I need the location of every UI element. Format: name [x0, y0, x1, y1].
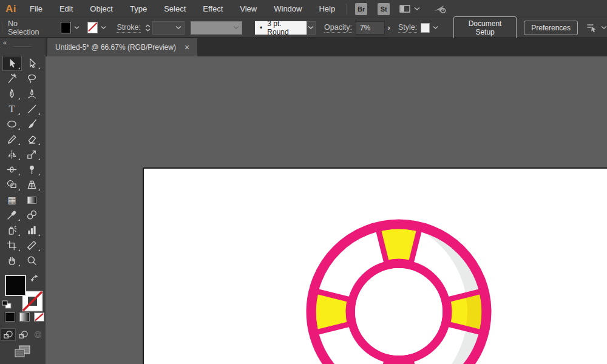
swap-fill-stroke-icon[interactable]	[30, 274, 39, 283]
menu-select[interactable]: Select	[163, 3, 187, 15]
opacity-expand-button[interactable]: ›	[385, 21, 393, 35]
brush-preview-dot: •	[260, 24, 262, 32]
stroke-weight-stepper[interactable]	[145, 24, 151, 32]
fill-color-swatch[interactable]	[61, 22, 71, 33]
menu-view[interactable]: View	[239, 3, 258, 15]
menu-window[interactable]: Window	[273, 3, 303, 15]
line-segment-tool[interactable]	[23, 102, 41, 116]
close-icon[interactable]: ×	[185, 43, 189, 52]
fill-color-indicator[interactable]	[5, 275, 26, 296]
width-profile-dropdown[interactable]	[191, 21, 242, 35]
curvature-icon	[26, 88, 38, 99]
menu-file[interactable]: File	[29, 3, 44, 15]
screen-mode-button[interactable]	[13, 345, 32, 359]
opacity-panel-link[interactable]: Opacity:	[324, 23, 352, 33]
menu-edit[interactable]: Edit	[58, 3, 74, 15]
divider	[2, 22, 2, 33]
lasso-tool[interactable]	[23, 72, 41, 86]
panel-drag-handle[interactable]	[13, 46, 32, 48]
draw-normal-icon	[3, 330, 13, 339]
menu-type[interactable]: Type	[129, 3, 148, 15]
menu-bar: Ai File Edit Object Type Select Effect V…	[0, 0, 607, 18]
brush-definition-dropdown[interactable]: • 3 pt. Round	[255, 21, 306, 35]
perspective-grid-tool[interactable]	[23, 178, 41, 192]
none-icon	[88, 22, 97, 32]
flyout-dot	[38, 67, 40, 69]
stroke-color-swatch[interactable]	[87, 22, 98, 33]
eyedropper-tool[interactable]	[3, 208, 21, 222]
brush-definition-chevron[interactable]	[307, 21, 316, 35]
chevron-down-icon	[308, 25, 314, 30]
menu-effect[interactable]: Effect	[202, 3, 224, 15]
column-graph-tool[interactable]	[23, 223, 41, 237]
none-icon	[35, 313, 44, 321]
eraser-tool[interactable]	[23, 132, 41, 146]
draw-behind-button[interactable]	[16, 329, 30, 340]
collapse-panel-button[interactable]: «	[3, 39, 6, 46]
opacity-field[interactable]: 7%	[356, 21, 385, 35]
selection-tool[interactable]	[3, 56, 21, 70]
chevron-down-icon[interactable]	[433, 25, 438, 30]
document-setup-button[interactable]: Document Setup	[453, 16, 517, 39]
gradient-tool[interactable]	[23, 193, 41, 207]
chevron-down-icon[interactable]	[101, 25, 106, 30]
main-menus: File Edit Object Type Select Effect View…	[29, 3, 336, 15]
draw-normal-button[interactable]	[1, 329, 15, 340]
chevron-down-icon	[233, 25, 239, 30]
shape-builder-icon	[6, 179, 18, 190]
shape-builder-tool[interactable]	[3, 178, 21, 192]
paintbrush-tool[interactable]	[23, 117, 41, 131]
blend-tool[interactable]	[23, 208, 41, 222]
direct-selection-tool[interactable]	[23, 56, 41, 70]
slice-tool[interactable]	[23, 238, 41, 252]
menu-object[interactable]: Object	[89, 3, 114, 15]
none-mode-button[interactable]	[34, 312, 44, 322]
gradient-mode-button[interactable]	[19, 312, 30, 322]
artboard[interactable]	[143, 167, 607, 364]
style-swatch[interactable]	[421, 23, 430, 33]
ellipse-tool[interactable]	[3, 117, 21, 131]
stock-button[interactable]: St	[378, 3, 390, 15]
flyout-dot	[18, 113, 20, 115]
mesh-tool[interactable]: ▦	[3, 193, 21, 207]
stroke-weight-dropdown[interactable]	[152, 21, 185, 35]
lifebuoy-artwork[interactable]	[301, 214, 497, 364]
hand-icon	[6, 255, 18, 266]
draw-inside-button[interactable]	[31, 329, 45, 340]
type-tool[interactable]: T	[3, 102, 21, 116]
document-tab[interactable]: Untitled-5* @ 66.67% (RGB/Preview) ×	[47, 38, 197, 56]
hand-tool[interactable]	[3, 254, 21, 268]
rotate-reflect-icon	[6, 149, 18, 160]
puppet-warp-tool[interactable]	[23, 163, 41, 177]
zoom-tool[interactable]	[23, 254, 41, 268]
canvas-area[interactable]	[46, 56, 607, 364]
select-similar-icon	[586, 22, 598, 33]
scale-tool[interactable]	[23, 147, 41, 161]
stroke-panel-link[interactable]: Stroke:	[117, 23, 141, 33]
default-fill-stroke-icon[interactable]	[2, 300, 12, 309]
flyout-dot	[38, 234, 40, 236]
chevron-down-icon[interactable]	[74, 25, 80, 30]
shaper-tool[interactable]	[3, 132, 21, 146]
gpu-performance-button[interactable]	[433, 3, 448, 15]
preferences-button[interactable]: Preferences	[524, 21, 578, 35]
bridge-button[interactable]: Br	[355, 3, 367, 15]
pen-tool[interactable]	[3, 87, 21, 101]
zoom-icon	[26, 255, 38, 266]
fill-stroke-widget	[0, 274, 46, 311]
width-tool[interactable]	[3, 163, 21, 177]
menu-help[interactable]: Help	[317, 3, 336, 15]
tool-grid: T	[2, 56, 44, 268]
gradient-icon	[27, 197, 36, 204]
arrange-documents-button[interactable]	[399, 4, 420, 14]
magic-wand-tool[interactable]	[3, 72, 21, 86]
style-panel-link[interactable]: Style:	[398, 23, 417, 33]
direct-selection-icon	[26, 58, 38, 69]
curvature-tool[interactable]	[23, 87, 41, 101]
symbol-sprayer-tool[interactable]	[3, 223, 21, 237]
select-similar-button[interactable]	[586, 22, 607, 33]
artboard-tool[interactable]	[3, 238, 21, 252]
chevron-up-icon	[145, 24, 151, 27]
color-mode-button[interactable]	[5, 312, 15, 322]
rotate-tool[interactable]	[3, 147, 21, 161]
